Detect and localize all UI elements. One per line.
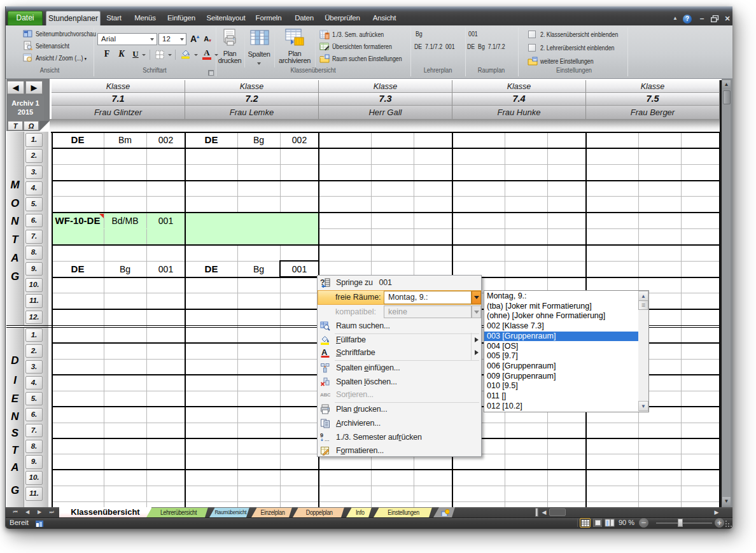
- svg-text:A: A: [321, 347, 328, 357]
- svg-text:C: C: [327, 392, 330, 398]
- svg-text:...: ...: [325, 436, 330, 442]
- svg-text:9: 9: [320, 432, 323, 438]
